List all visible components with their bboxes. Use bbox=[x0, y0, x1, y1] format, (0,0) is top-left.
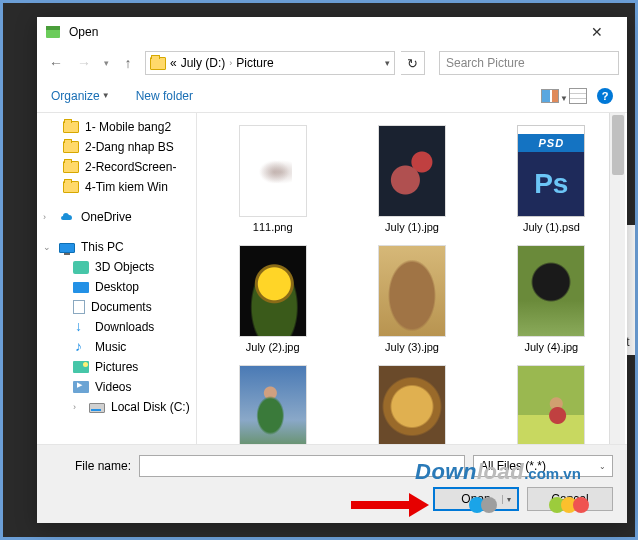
new-folder-button[interactable]: New folder bbox=[136, 89, 193, 103]
tree-label: 3D Objects bbox=[95, 260, 154, 274]
view-mode-button[interactable]: ▼ bbox=[541, 89, 559, 103]
file-name: July (1).psd bbox=[523, 221, 580, 233]
file-thumbnail: PSDPs bbox=[517, 125, 585, 217]
help-button[interactable]: ? bbox=[597, 88, 613, 104]
tree-label: 2-Dang nhap BS bbox=[85, 140, 174, 154]
pic-icon bbox=[73, 361, 89, 373]
file-thumbnail bbox=[239, 245, 307, 337]
desk-icon bbox=[73, 282, 89, 293]
breadcrumb-sep[interactable]: › bbox=[229, 58, 232, 68]
tree-item[interactable]: Videos bbox=[39, 377, 194, 397]
tree-item[interactable]: ›Local Disk (C:) bbox=[39, 397, 194, 417]
tree-item[interactable]: ⌄This PC bbox=[39, 237, 194, 257]
navigation-bar: ← → ▾ ↑ « July (D:) › Picture ▾ ↻ Search… bbox=[37, 47, 627, 79]
address-bar[interactable]: « July (D:) › Picture ▾ bbox=[145, 51, 395, 75]
dialog-title: Open bbox=[69, 25, 575, 39]
svg-rect-1 bbox=[46, 26, 60, 30]
up-button[interactable]: ↑ bbox=[117, 52, 139, 74]
dl-icon bbox=[73, 320, 89, 334]
file-item[interactable]: PSDPsJuly (1).psd bbox=[486, 125, 617, 233]
file-name: July (3).jpg bbox=[385, 341, 439, 353]
doc-icon bbox=[73, 300, 85, 314]
tree-label: 1- Mobile bang2 bbox=[85, 120, 171, 134]
file-name: July (2).jpg bbox=[246, 341, 300, 353]
folder-icon bbox=[63, 121, 79, 133]
file-name: 111.png bbox=[253, 221, 293, 233]
back-button[interactable]: ← bbox=[45, 52, 67, 74]
tree-label: Documents bbox=[91, 300, 152, 314]
onedrive-icon bbox=[59, 210, 75, 224]
file-item[interactable]: July (1).jpg bbox=[346, 125, 477, 233]
breadcrumb-1[interactable]: July (D:) bbox=[181, 56, 226, 70]
tree-label: Pictures bbox=[95, 360, 138, 374]
file-item[interactable]: July (2).jpg bbox=[207, 245, 338, 353]
expand-icon[interactable]: › bbox=[43, 212, 53, 222]
titlebar: Open ✕ bbox=[37, 17, 627, 47]
file-item[interactable]: July (7).jpg bbox=[346, 365, 477, 444]
recent-dropdown[interactable]: ▾ bbox=[101, 52, 111, 74]
tree-label: Local Disk (C:) bbox=[111, 400, 190, 414]
forward-button: → bbox=[73, 52, 95, 74]
file-item[interactable]: 111.png bbox=[207, 125, 338, 233]
watermark-dots bbox=[473, 497, 497, 513]
split-dropdown-icon[interactable]: ▾ bbox=[502, 495, 511, 504]
file-thumbnail bbox=[239, 125, 307, 217]
organize-menu[interactable]: Organize ▼ bbox=[51, 89, 110, 103]
expand-icon[interactable]: › bbox=[73, 402, 83, 412]
address-dropdown[interactable]: ▾ bbox=[385, 58, 390, 68]
file-name: July (1).jpg bbox=[385, 221, 439, 233]
breadcrumb-2[interactable]: Picture bbox=[236, 56, 273, 70]
folder-icon bbox=[150, 57, 166, 70]
expand-icon[interactable]: ⌄ bbox=[43, 242, 53, 252]
tree-item[interactable]: Documents bbox=[39, 297, 194, 317]
scrollbar-vertical[interactable] bbox=[609, 113, 625, 444]
tree-item[interactable]: ›OneDrive bbox=[39, 207, 194, 227]
navigation-tree: 1- Mobile bang22-Dang nhap BS2-RecordScr… bbox=[37, 113, 197, 444]
file-item[interactable]: July (3).jpg bbox=[346, 245, 477, 353]
app-icon bbox=[45, 24, 61, 40]
close-button[interactable]: ✕ bbox=[575, 24, 619, 40]
preview-pane-button[interactable] bbox=[569, 88, 587, 104]
music-icon bbox=[73, 340, 89, 354]
tree-item[interactable]: Pictures bbox=[39, 357, 194, 377]
disk-icon bbox=[89, 403, 105, 413]
tree-label: Videos bbox=[95, 380, 131, 394]
file-item[interactable]: July (4).jpg bbox=[486, 245, 617, 353]
tree-label: 4-Tim kiem Win bbox=[85, 180, 168, 194]
search-placeholder: Search Picture bbox=[446, 56, 525, 70]
file-thumbnail bbox=[239, 365, 307, 444]
search-input[interactable]: Search Picture bbox=[439, 51, 619, 75]
file-thumbnail bbox=[517, 365, 585, 444]
tree-label: 2-RecordScreen- bbox=[85, 160, 176, 174]
tree-label: Downloads bbox=[95, 320, 154, 334]
folder-icon bbox=[63, 181, 79, 193]
file-grid: 111.pngJuly (1).jpgPSDPsJuly (1).psdJuly… bbox=[197, 113, 627, 444]
tree-item[interactable]: Desktop bbox=[39, 277, 194, 297]
file-thumbnail bbox=[378, 365, 446, 444]
filename-label: File name: bbox=[51, 459, 131, 473]
obj-icon bbox=[73, 261, 89, 274]
tree-item[interactable]: 4-Tim kiem Win bbox=[39, 177, 194, 197]
tree-label: Desktop bbox=[95, 280, 139, 294]
file-item[interactable]: July (9).jpg bbox=[486, 365, 617, 444]
tree-label: OneDrive bbox=[81, 210, 132, 224]
tree-item[interactable]: Downloads bbox=[39, 317, 194, 337]
chevron-down-icon[interactable]: ⌄ bbox=[599, 462, 606, 471]
tree-item[interactable]: Music bbox=[39, 337, 194, 357]
tree-item[interactable]: 3D Objects bbox=[39, 257, 194, 277]
tree-item[interactable]: 1- Mobile bang2 bbox=[39, 117, 194, 137]
tree-item[interactable]: 2-RecordScreen- bbox=[39, 157, 194, 177]
file-thumbnail bbox=[378, 125, 446, 217]
open-file-dialog: Open ✕ ← → ▾ ↑ « July (D:) › Picture ▾ ↻… bbox=[37, 17, 627, 523]
pc-icon bbox=[59, 243, 75, 253]
toolbar: Organize ▼ New folder ▼ ? bbox=[37, 79, 627, 113]
tree-label: Music bbox=[95, 340, 126, 354]
site-watermark: Download.com.vn bbox=[415, 459, 581, 485]
watermark-dots-2 bbox=[553, 497, 589, 513]
folder-icon bbox=[63, 141, 79, 153]
tree-item[interactable]: 2-Dang nhap BS bbox=[39, 137, 194, 157]
refresh-button[interactable]: ↻ bbox=[401, 51, 425, 75]
tree-label: This PC bbox=[81, 240, 124, 254]
file-item[interactable]: July (5).jpg bbox=[207, 365, 338, 444]
chevron-down-icon: ▼ bbox=[102, 91, 110, 100]
